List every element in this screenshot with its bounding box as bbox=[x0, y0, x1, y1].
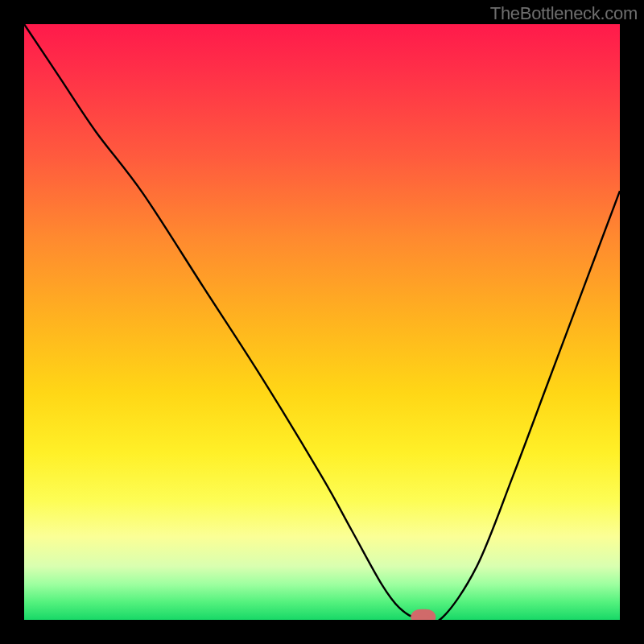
chart-frame: TheBottleneck.com bbox=[0, 0, 644, 644]
bottleneck-curve bbox=[24, 24, 620, 620]
plot-area bbox=[24, 24, 620, 620]
curve-layer bbox=[24, 24, 620, 620]
optimal-point-marker bbox=[414, 612, 433, 620]
watermark-text: TheBottleneck.com bbox=[490, 3, 638, 24]
